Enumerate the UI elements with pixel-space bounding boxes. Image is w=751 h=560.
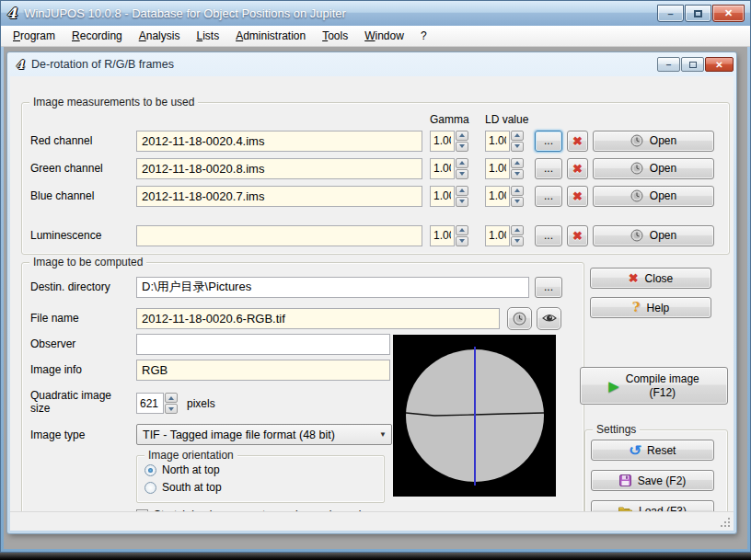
green-open-button[interactable]: Open (593, 158, 714, 179)
red-gamma-down-button[interactable] (456, 142, 468, 152)
up-arrow-icon (514, 133, 520, 137)
luminescence-gamma-down-button[interactable] (456, 236, 468, 246)
size-up-button[interactable] (165, 393, 178, 403)
green-browse-button[interactable]: ... (535, 158, 562, 179)
destin-browse-button[interactable]: ... (535, 277, 562, 298)
clock-icon (513, 312, 526, 326)
blue-channel-label: Blue channel (30, 189, 127, 202)
blue-ld-input[interactable] (485, 186, 510, 207)
file-name-input[interactable] (136, 308, 500, 329)
maximize-button[interactable] (685, 5, 711, 22)
help-button-label: Help (647, 302, 670, 314)
menu-lists[interactable]: Lists (188, 27, 227, 45)
red-browse-button[interactable]: ... (535, 131, 562, 152)
maximize-icon (694, 10, 702, 17)
observer-input[interactable] (136, 334, 390, 355)
luminescence-clear-button[interactable]: ✖ (567, 225, 588, 246)
blue-gamma-up-button[interactable] (456, 186, 468, 196)
observer-row: Observer (21, 333, 435, 355)
luminescence-input[interactable] (136, 225, 422, 246)
preview-file-button[interactable] (537, 307, 561, 330)
luminescence-ld-down-button[interactable] (511, 236, 524, 246)
minimize-button[interactable]: – (657, 5, 684, 22)
luminescence-open-button[interactable]: Open (593, 225, 714, 246)
green-gamma-down-button[interactable] (456, 169, 468, 179)
luminescence-ld-input[interactable] (485, 225, 510, 246)
clock-icon (630, 189, 643, 202)
image-type-combobox[interactable]: TIF - Tagged image file format (48 bit) … (136, 424, 392, 445)
red-open-button[interactable]: Open (593, 131, 714, 152)
green-gamma-input[interactable] (430, 158, 455, 179)
blue-ld-up-button[interactable] (511, 186, 524, 196)
red-gamma-input[interactable] (430, 131, 455, 152)
green-channel-input[interactable] (136, 158, 422, 179)
up-arrow-icon (459, 161, 465, 165)
blue-gamma-input[interactable] (430, 186, 455, 207)
eye-icon (542, 313, 557, 324)
north-at-top-option[interactable]: North at top (144, 463, 220, 476)
destin-directory-row: Destin. directory ... (21, 276, 592, 298)
dialog-close-button[interactable]: ✕ (705, 57, 734, 72)
green-clear-button[interactable]: ✖ (567, 158, 588, 179)
south-at-top-option[interactable]: South at top (144, 481, 222, 494)
green-ld-spinner (485, 158, 524, 179)
menu-administration[interactable]: Administration (227, 27, 314, 45)
compile-image-button[interactable]: ▶ Compile image (F12) (580, 367, 728, 405)
clock-icon (630, 134, 643, 147)
blue-channel-input[interactable] (136, 186, 422, 207)
green-gamma-up-button[interactable] (456, 158, 468, 168)
menu-help[interactable]: ? (412, 27, 435, 45)
blue-ld-spinner (485, 186, 524, 207)
red-ld-up-button[interactable] (511, 131, 524, 141)
dialog-restore-button[interactable] (681, 57, 704, 72)
menu-window[interactable]: Window (356, 27, 412, 45)
measurements-group-label: Image measurements to be used (29, 96, 198, 109)
red-ld-input[interactable] (485, 131, 510, 152)
red-ld-down-button[interactable] (511, 142, 524, 152)
reset-button[interactable]: ↺ Reset (591, 440, 714, 461)
quadratic-size-input[interactable] (136, 393, 164, 414)
green-ld-down-button[interactable] (511, 169, 524, 179)
menu-program[interactable]: Program (5, 27, 64, 45)
down-arrow-icon (514, 144, 520, 148)
up-arrow-icon (514, 161, 520, 165)
open-button-label: Open (650, 134, 676, 147)
measurement-row-blue: Blue channel ... ✖ (21, 185, 730, 207)
file-name-label: File name (30, 312, 127, 325)
destin-directory-input[interactable] (136, 277, 529, 298)
close-button[interactable]: ✖ Close (590, 268, 711, 289)
up-arrow-icon (459, 189, 465, 192)
blue-clear-button[interactable]: ✖ (567, 186, 588, 207)
restore-icon (689, 62, 697, 68)
red-channel-input[interactable] (136, 131, 422, 152)
pixels-unit-label: pixels (187, 397, 215, 410)
image-info-input[interactable] (136, 360, 390, 381)
dialog-minimize-button[interactable]: – (657, 57, 680, 72)
resize-grip[interactable] (720, 517, 731, 528)
green-ld-input[interactable] (485, 158, 510, 179)
blue-browse-button[interactable]: ... (535, 186, 562, 207)
green-ld-up-button[interactable] (511, 158, 524, 168)
winjupos-logo-icon: 4 (6, 6, 17, 21)
menu-recording[interactable]: Recording (64, 27, 131, 45)
red-clear-button[interactable]: ✖ (567, 131, 588, 152)
north-at-top-label: North at top (162, 463, 220, 476)
down-arrow-icon (459, 172, 465, 176)
save-button[interactable]: Save (F2) (591, 470, 714, 491)
screen-bottom-edge (0, 553, 751, 560)
down-arrow-icon (514, 239, 520, 243)
red-gamma-up-button[interactable] (456, 131, 468, 141)
filename-auto-button[interactable] (507, 307, 532, 330)
help-button[interactable]: ? Help (590, 297, 711, 318)
blue-gamma-down-button[interactable] (456, 197, 468, 207)
luminescence-browse-button[interactable]: ... (535, 225, 562, 246)
size-down-button[interactable] (165, 404, 178, 414)
blue-open-button[interactable]: Open (593, 186, 714, 207)
blue-ld-down-button[interactable] (511, 197, 524, 207)
luminescence-ld-up-button[interactable] (511, 225, 524, 235)
menu-tools[interactable]: Tools (314, 27, 356, 45)
menu-analysis[interactable]: Analysis (131, 27, 189, 45)
close-window-button[interactable]: ✕ (712, 5, 745, 22)
luminescence-gamma-up-button[interactable] (456, 225, 468, 235)
luminescence-gamma-input[interactable] (430, 225, 455, 246)
